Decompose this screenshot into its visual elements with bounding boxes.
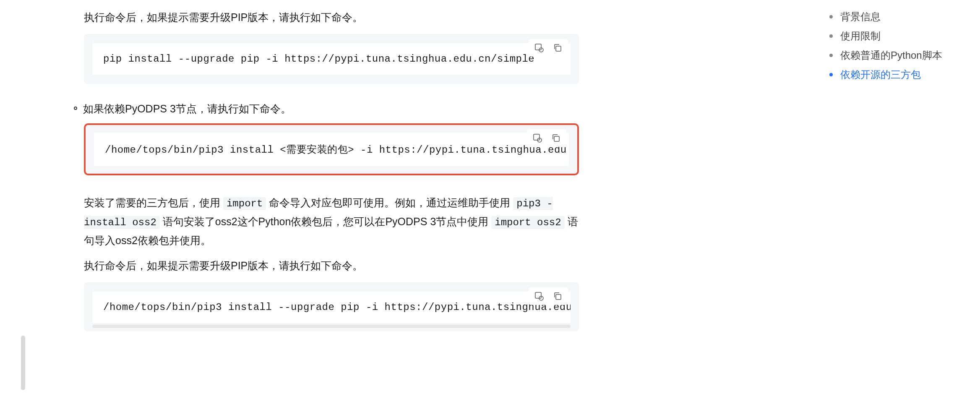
code-preview-icon[interactable] [531, 132, 544, 144]
copy-icon[interactable] [551, 42, 564, 54]
paragraph: 安装了需要的三方包后，使用 import 命令导入对应包即可使用。例如，通过运维… [84, 194, 579, 249]
svg-rect-6 [535, 292, 541, 298]
paragraph: 执行命令后，如果提示需要升级PIP版本，请执行如下命令。 [84, 8, 579, 26]
code-text: /home/tops/bin/pip3 install <需要安装的包> -i … [94, 133, 569, 166]
svg-rect-5 [554, 136, 559, 141]
svg-rect-8 [556, 294, 561, 299]
bullet-icon [829, 54, 833, 57]
scrollbar-track[interactable] [21, 222, 25, 390]
toc-list: 背景信息 使用限制 依赖普通的Python脚本 依赖开源的三方包 [829, 10, 963, 81]
svg-rect-2 [556, 46, 561, 51]
main-content: 执行命令后，如果提示需要升级PIP版本，请执行如下命令。 pip install… [0, 0, 812, 401]
code-preview-icon[interactable] [533, 290, 545, 302]
code-preview-icon[interactable] [533, 42, 545, 54]
inline-code: import [223, 197, 266, 210]
code-block: pip install --upgrade pip -i https://pyp… [84, 34, 579, 84]
code-toolbar [527, 129, 566, 147]
toc-item-active[interactable]: 依赖开源的三方包 [829, 68, 963, 81]
code-text: pip install --upgrade pip -i https://pyp… [92, 43, 571, 75]
text-run: 语句安装了oss2这个Python依赖包后，您可以在PyODPS 3节点中使用 [160, 216, 491, 227]
bullet-item: 如果依赖PyODPS 3节点，请执行如下命令。 [84, 100, 579, 118]
inline-code: import oss2 [491, 216, 564, 229]
code-block-highlighted: /home/tops/bin/pip3 install <需要安装的包> -i … [84, 123, 579, 175]
toc-item[interactable]: 背景信息 [829, 10, 963, 23]
bullet-icon [829, 73, 833, 76]
scrollbar-thumb[interactable] [21, 336, 25, 390]
svg-rect-3 [534, 134, 540, 140]
code-block: /home/tops/bin/pip3 install --upgrade pi… [84, 282, 579, 331]
toc-item[interactable]: 使用限制 [829, 29, 963, 43]
text-run: 命令导入对应包即可使用。例如，通过运维助手使用 [266, 197, 513, 208]
bullet-icon [829, 34, 833, 38]
bullet-icon [74, 107, 77, 110]
toc-label: 依赖普通的Python脚本 [840, 49, 942, 62]
toc-label: 依赖开源的三方包 [840, 68, 921, 81]
copy-icon[interactable] [550, 132, 562, 144]
svg-rect-0 [535, 44, 541, 50]
text-run: 安装了需要的三方包后，使用 [84, 197, 223, 208]
code-text: /home/tops/bin/pip3 install --upgrade pi… [92, 292, 571, 323]
bullet-icon [829, 15, 833, 18]
toc-item[interactable]: 依赖普通的Python脚本 [829, 49, 963, 62]
code-toolbar [529, 39, 568, 57]
copy-icon[interactable] [551, 290, 564, 302]
bullet-text: 如果依赖PyODPS 3节点，请执行如下命令。 [83, 100, 291, 118]
toc-sidebar: 背景信息 使用限制 依赖普通的Python脚本 依赖开源的三方包 [812, 0, 980, 401]
code-toolbar [529, 287, 568, 305]
toc-label: 使用限制 [840, 29, 881, 43]
toc-label: 背景信息 [840, 10, 881, 23]
horizontal-scrollbar[interactable] [92, 325, 571, 328]
paragraph: 执行命令后，如果提示需要升级PIP版本，请执行如下命令。 [84, 257, 579, 275]
